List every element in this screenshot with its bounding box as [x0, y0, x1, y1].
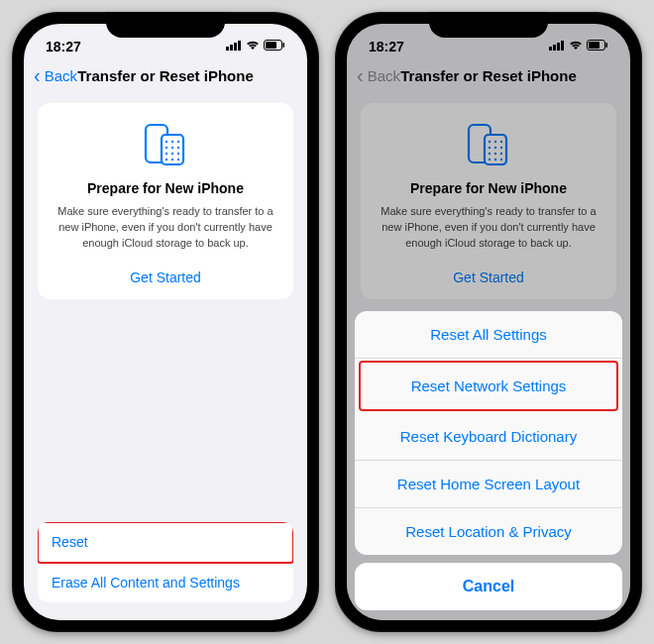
- card-body: Make sure everything's ready to transfer…: [54, 204, 277, 252]
- content-area: Prepare for New iPhone Make sure everyth…: [24, 93, 307, 309]
- status-time: 18:27: [46, 39, 81, 54]
- notch: [106, 12, 225, 38]
- status-icons: [226, 40, 285, 54]
- back-label: Back: [45, 67, 77, 84]
- svg-rect-6: [283, 43, 285, 48]
- svg-point-19: [171, 159, 173, 161]
- reset-all-settings[interactable]: Reset All Settings: [355, 311, 622, 359]
- devices-icon: [54, 121, 277, 168]
- screen-left: 18:27 ‹ Back Transfer or Reset iPhone: [24, 24, 307, 620]
- svg-point-17: [177, 153, 179, 155]
- bottom-list: Reset Erase All Content and Settings: [38, 522, 293, 602]
- svg-point-10: [171, 141, 173, 143]
- back-button[interactable]: ‹ Back: [34, 65, 77, 85]
- action-sheet: Reset All Settings Reset Network Setting…: [355, 311, 622, 610]
- chevron-left-icon: ‹: [34, 65, 41, 85]
- svg-point-13: [171, 147, 173, 149]
- svg-rect-5: [266, 42, 276, 49]
- svg-point-20: [177, 159, 179, 161]
- cancel-button[interactable]: Cancel: [355, 563, 622, 610]
- screen-right: 18:27 ‹ Back Transfer or Reset iPhone: [347, 24, 630, 620]
- svg-point-18: [165, 159, 167, 161]
- erase-row[interactable]: Erase All Content and Settings: [38, 563, 293, 602]
- phone-frame-left: 18:27 ‹ Back Transfer or Reset iPhone: [12, 12, 319, 632]
- get-started-button[interactable]: Get Started: [54, 266, 277, 285]
- card-heading: Prepare for New iPhone: [54, 180, 277, 196]
- svg-point-15: [165, 153, 167, 155]
- prepare-card: Prepare for New iPhone Make sure everyth…: [38, 103, 293, 299]
- reset-keyboard-dictionary[interactable]: Reset Keyboard Dictionary: [355, 413, 622, 461]
- nav-bar: ‹ Back Transfer or Reset iPhone: [24, 59, 307, 93]
- svg-point-11: [177, 141, 179, 143]
- action-sheet-group: Reset All Settings Reset Network Setting…: [355, 311, 622, 555]
- battery-icon: [264, 40, 285, 54]
- wifi-icon: [246, 40, 260, 54]
- reset-home-screen-layout[interactable]: Reset Home Screen Layout: [355, 461, 622, 508]
- svg-point-9: [165, 141, 167, 143]
- svg-rect-2: [234, 43, 237, 51]
- svg-point-14: [177, 147, 179, 149]
- signal-icon: [226, 40, 242, 54]
- svg-rect-3: [238, 41, 241, 51]
- notch: [429, 12, 548, 38]
- phone-frame-right: 18:27 ‹ Back Transfer or Reset iPhone: [335, 12, 642, 632]
- svg-point-12: [165, 147, 167, 149]
- svg-rect-1: [230, 45, 233, 51]
- reset-network-settings[interactable]: Reset Network Settings: [359, 361, 618, 411]
- svg-point-16: [171, 153, 173, 155]
- reset-location-privacy[interactable]: Reset Location & Privacy: [355, 508, 622, 555]
- reset-row[interactable]: Reset: [38, 522, 293, 563]
- svg-rect-0: [226, 47, 229, 51]
